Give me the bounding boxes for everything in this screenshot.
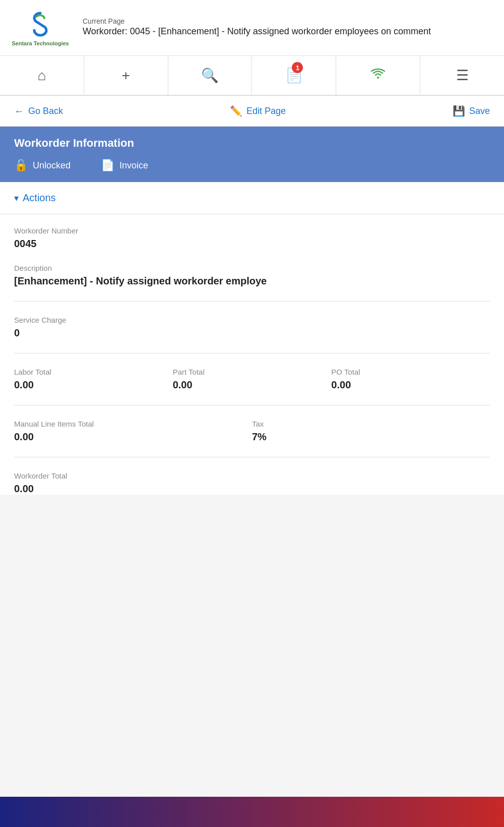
- service-charge-group: Service Charge 0: [14, 316, 490, 339]
- description-group: Description [Enhancement] - Notify assig…: [14, 264, 490, 287]
- search-icon: 🔍: [201, 67, 219, 84]
- part-total-value: 0.00: [173, 379, 332, 391]
- hamburger-icon: ☰: [456, 67, 469, 84]
- invoice-button[interactable]: 📄 Invoice: [101, 159, 148, 172]
- actions-toggle[interactable]: ▾ Actions: [14, 192, 490, 204]
- page-title: Workorder: 0045 - [Enhancement] - Notify…: [83, 25, 431, 38]
- save-icon: 💾: [453, 105, 465, 117]
- totals-row-1: Labor Total 0.00 Part Total 0.00 PO Tota…: [14, 368, 490, 391]
- wifi-icon: [370, 68, 386, 83]
- actions-row: ▾ Actions: [0, 182, 504, 214]
- current-page-label: Current Page: [83, 17, 431, 25]
- logo-area: Sentara Technologies: [10, 9, 71, 46]
- description-label: Description: [14, 264, 490, 272]
- workorder-total-group: Workorder Total 0.00: [14, 471, 490, 495]
- form-section: Workorder Number 0045 Description [Enhan…: [0, 214, 504, 495]
- toolbar-documents[interactable]: 📄 1: [252, 56, 336, 95]
- po-total-group: PO Total 0.00: [331, 368, 490, 391]
- tax-value: 7%: [252, 431, 490, 443]
- action-bar: ← Go Back ✏️ Edit Page 💾 Save: [0, 96, 504, 127]
- header: Sentara Technologies Current Page Workor…: [0, 0, 504, 56]
- po-total-value: 0.00: [331, 379, 490, 391]
- go-back-button[interactable]: ← Go Back: [14, 105, 63, 117]
- unlock-icon: 🔓: [14, 159, 28, 172]
- divider-3: [14, 405, 490, 405]
- svg-point-0: [377, 77, 379, 79]
- po-total-label: PO Total: [331, 368, 490, 376]
- back-arrow-icon: ←: [14, 105, 24, 117]
- divider-1: [14, 301, 490, 302]
- toolbar-search[interactable]: 🔍: [168, 56, 253, 95]
- chevron-down-icon: ▾: [14, 193, 19, 204]
- manual-line-items-value: 0.00: [14, 431, 252, 443]
- toolbar: ⌂ + 🔍 📄 1 ☰: [0, 56, 504, 96]
- workorder-total-label: Workorder Total: [14, 471, 490, 480]
- divider-4: [14, 457, 490, 457]
- edit-page-button[interactable]: ✏️ Edit Page: [230, 105, 286, 117]
- description-value: [Enhancement] - Notify assigned workorde…: [14, 275, 490, 287]
- divider-2: [14, 353, 490, 353]
- plus-icon: +: [122, 68, 130, 84]
- toolbar-add[interactable]: +: [84, 56, 168, 95]
- workorder-total-value: 0.00: [14, 483, 490, 495]
- toolbar-menu[interactable]: ☰: [420, 56, 504, 95]
- workorder-info-title: Workorder Information: [14, 137, 490, 150]
- logo-icon: [25, 9, 55, 39]
- toolbar-home[interactable]: ⌂: [0, 56, 84, 95]
- logo-label: Sentara Technologies: [12, 40, 69, 46]
- manual-line-items-label: Manual Line Items Total: [14, 420, 252, 428]
- totals-row-2: Manual Line Items Total 0.00 Tax 7%: [14, 420, 490, 443]
- tax-group: Tax 7%: [252, 420, 490, 443]
- go-back-label: Go Back: [28, 106, 63, 116]
- workorder-number-label: Workorder Number: [14, 226, 490, 235]
- workorder-number-value: 0045: [14, 238, 490, 250]
- save-button[interactable]: 💾 Save: [453, 105, 490, 117]
- tax-label: Tax: [252, 420, 490, 428]
- toolbar-wifi[interactable]: [336, 56, 420, 95]
- unlocked-button[interactable]: 🔓 Unlocked: [14, 159, 71, 172]
- labor-total-value: 0.00: [14, 379, 173, 391]
- home-icon: ⌂: [37, 68, 46, 84]
- workorder-info-actions: 🔓 Unlocked 📄 Invoice: [14, 159, 490, 172]
- edit-icon: ✏️: [230, 105, 242, 117]
- manual-line-items-group: Manual Line Items Total 0.00: [14, 420, 252, 443]
- part-total-group: Part Total 0.00: [173, 368, 332, 391]
- workorder-number-group: Workorder Number 0045: [14, 226, 490, 250]
- service-charge-label: Service Charge: [14, 316, 490, 324]
- service-charge-value: 0: [14, 327, 490, 339]
- actions-label-text: Actions: [23, 192, 56, 204]
- labor-total-label: Labor Total: [14, 368, 173, 376]
- bottom-nav: [0, 797, 504, 827]
- invoice-icon: 📄: [101, 159, 114, 172]
- workorder-info-header: Workorder Information 🔓 Unlocked 📄 Invoi…: [0, 127, 504, 182]
- labor-total-group: Labor Total 0.00: [14, 368, 173, 391]
- edit-page-label: Edit Page: [246, 106, 286, 116]
- unlocked-label: Unlocked: [33, 160, 71, 171]
- invoice-label: Invoice: [119, 160, 148, 171]
- part-total-label: Part Total: [173, 368, 332, 376]
- save-label: Save: [469, 106, 490, 116]
- header-info: Current Page Workorder: 0045 - [Enhancem…: [83, 17, 431, 38]
